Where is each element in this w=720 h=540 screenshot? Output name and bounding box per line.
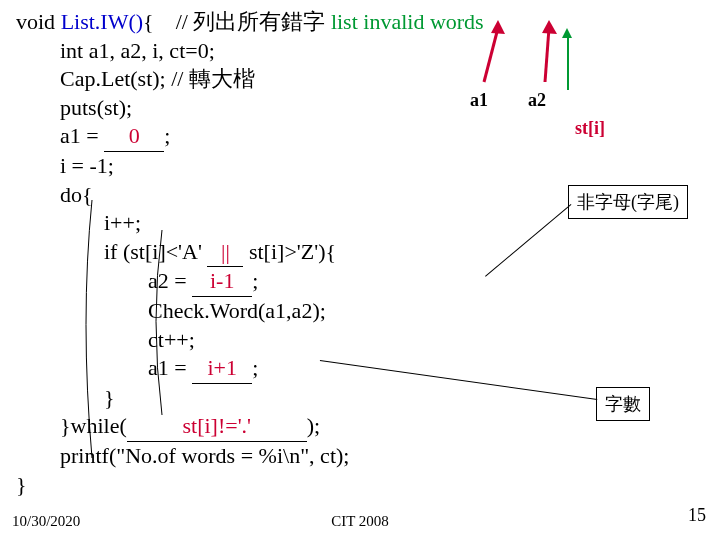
box-nonletter: 非字母(字尾) (568, 185, 688, 219)
code-l6: i = -1; (16, 152, 710, 181)
svg-marker-3 (542, 20, 557, 34)
brace-outer (80, 200, 100, 460)
code-l11: Check.Word(a1,a2); (16, 297, 710, 326)
comment-inline: list invalid words (331, 9, 484, 34)
svg-line-0 (484, 28, 498, 82)
footer-center: CIT 2008 (331, 513, 389, 530)
arrow-sti-head (562, 28, 572, 38)
code-l2: int a1, a2, i, ct=0; (16, 37, 710, 66)
box-wordcount: 字數 (596, 387, 650, 421)
svg-marker-1 (491, 20, 505, 34)
code-l3: Cap.Let(st); // 轉大楷 (16, 65, 710, 94)
code-l1: void List.IW(){ // 列出所有錯字 list invalid w… (16, 8, 710, 37)
func-name: List.IW() (61, 9, 143, 34)
code-block: void List.IW(){ // 列出所有錯字 list invalid w… (16, 8, 710, 499)
code-l9: if (st[i]<'A' || st[i]>'Z'){ (16, 238, 710, 268)
label-a1: a1 (470, 90, 488, 111)
code-l10: a2 = i-1; (16, 267, 710, 297)
arrow-a1 (478, 20, 506, 90)
code-l16: printf("No.of words = %i\n", ct); (16, 442, 710, 471)
code-l17: } (16, 471, 710, 500)
code-l12: ct++; (16, 326, 710, 355)
footer-date: 10/30/2020 (12, 513, 80, 530)
arrow-a2 (535, 20, 559, 90)
blank-i-plus-1: i+1 (207, 355, 237, 380)
label-sti: st[i] (575, 118, 605, 139)
blank-0: 0 (129, 123, 140, 148)
blank-while: st[i]!='.' (182, 413, 251, 438)
blank-i-1: i-1 (210, 268, 234, 293)
svg-line-2 (545, 28, 549, 82)
code-l5: a1 = 0; (16, 122, 710, 152)
blank-or: || (221, 239, 230, 264)
code-l13: a1 = i+1; (16, 354, 710, 384)
code-l4: puts(st); (16, 94, 710, 123)
brace-inner (150, 230, 168, 420)
arrow-sti-line (567, 38, 569, 90)
footer-page: 15 (688, 505, 706, 526)
label-a2: a2 (528, 90, 546, 111)
